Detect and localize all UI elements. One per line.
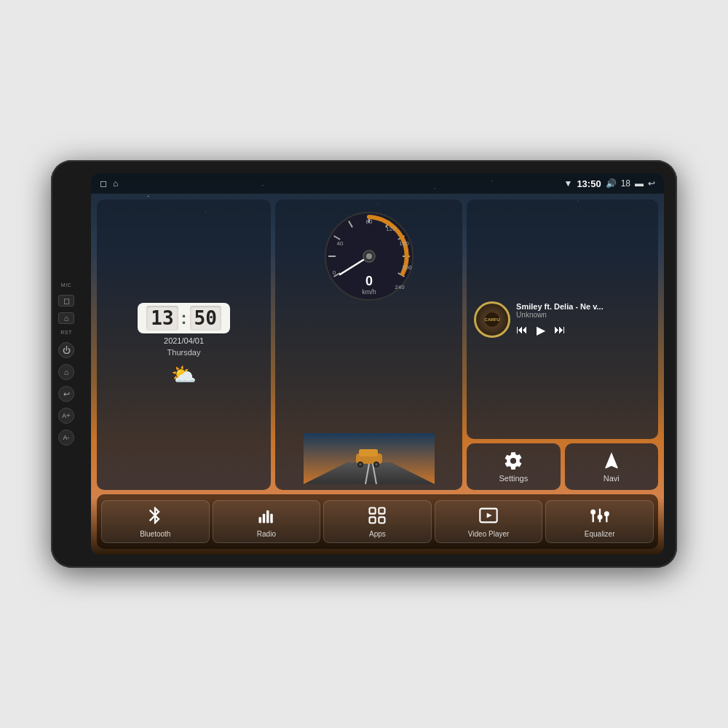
home-button[interactable]: ⌂ xyxy=(58,364,74,380)
settings-icon xyxy=(503,451,523,471)
svg-point-47 xyxy=(605,512,609,515)
back-button[interactable]: ↩ xyxy=(58,386,74,402)
svg-rect-27 xyxy=(359,449,378,456)
navi-button[interactable]: Navi xyxy=(565,443,658,490)
bluetooth-icon xyxy=(145,505,165,526)
track-title: Smiley ft. Delia - Ne v... xyxy=(516,302,651,311)
prev-button[interactable]: ⏮ xyxy=(516,323,528,336)
now-playing: CARFU Smiley ft. Delia - Ne v... Unknown… xyxy=(467,199,658,439)
music-panel: CARFU Smiley ft. Delia - Ne v... Unknown… xyxy=(467,199,658,490)
svg-text:160: 160 xyxy=(399,240,409,247)
svg-rect-36 xyxy=(370,508,376,514)
svg-point-30 xyxy=(359,463,362,466)
track-artist: Unknown xyxy=(516,311,651,319)
gauge-svg: 0 40 80 120 160 200 240 xyxy=(318,205,420,307)
navi-label: Navi xyxy=(604,474,620,483)
speedometer-gauge: 0 40 80 120 160 200 240 xyxy=(318,205,420,307)
svg-point-45 xyxy=(598,515,601,519)
mic-label: MIC xyxy=(61,282,71,288)
clock-minutes: 50 xyxy=(190,306,221,331)
album-art: CARFU xyxy=(474,301,510,338)
window-button[interactable]: ◻ xyxy=(58,295,74,306)
svg-rect-38 xyxy=(370,517,376,523)
clock-date: 2021/04/01 xyxy=(164,336,204,345)
top-row: 13 : 50 2021/04/01 Thursday ⛅ xyxy=(97,199,658,490)
svg-text:0: 0 xyxy=(365,274,373,288)
apps-label: Apps xyxy=(369,530,386,538)
play-button[interactable]: ▶ xyxy=(537,323,545,337)
speedometer-panel: 0 40 80 120 160 200 240 xyxy=(275,199,462,490)
svg-point-31 xyxy=(375,463,378,466)
navi-icon xyxy=(601,451,622,471)
screen: ◻ ⌂ ▼ 13:50 🔊 18 ▬ ↩ 13 : xyxy=(91,173,664,555)
svg-rect-39 xyxy=(379,517,385,523)
vol-down-button[interactable]: A- xyxy=(58,430,74,446)
svg-rect-35 xyxy=(270,514,273,523)
car-head-unit: MIC ◻ ⌂ RST ⏻ ⌂ ↩ A+ A- ◻ ⌂ ▼ 13:50 🔊 18… xyxy=(51,160,677,568)
apps-icon xyxy=(367,505,387,526)
bluetooth-label: Bluetooth xyxy=(140,530,170,538)
equalizer-button[interactable]: Equalizer xyxy=(545,500,654,543)
equalizer-label: Equalizer xyxy=(585,530,615,538)
svg-rect-33 xyxy=(263,514,266,523)
clock-panel: 13 : 50 2021/04/01 Thursday ⛅ xyxy=(97,199,271,490)
svg-text:km/h: km/h xyxy=(362,288,376,296)
window-status-icon: ▬ xyxy=(635,178,644,189)
svg-text:0: 0 xyxy=(332,269,336,276)
nav-home-icon[interactable]: ⌂ xyxy=(113,178,118,189)
status-right: ▼ 13:50 🔊 18 ▬ ↩ xyxy=(564,178,656,189)
home-side-button[interactable]: ⌂ xyxy=(58,312,74,324)
status-left: ◻ ⌂ xyxy=(100,178,118,189)
carfu-label: CARFU xyxy=(485,317,500,322)
vol-up-button[interactable]: A+ xyxy=(58,408,74,424)
svg-text:120: 120 xyxy=(386,226,396,232)
weather-icon: ⛅ xyxy=(171,363,197,387)
settings-label: Settings xyxy=(499,474,528,483)
road-scene xyxy=(281,433,456,484)
svg-point-43 xyxy=(591,510,595,514)
wifi-icon: ▼ xyxy=(564,178,573,189)
svg-text:80: 80 xyxy=(365,218,372,225)
radio-icon xyxy=(256,505,277,526)
svg-point-19 xyxy=(366,253,372,259)
video-player-icon xyxy=(478,505,499,526)
back-status-icon[interactable]: ↩ xyxy=(648,178,655,189)
main-content: 13 : 50 2021/04/01 Thursday ⛅ xyxy=(91,194,664,555)
svg-marker-41 xyxy=(487,513,492,518)
settings-navi-row: Settings Navi xyxy=(467,443,658,490)
bottom-row: Bluetooth Radio xyxy=(97,494,658,549)
svg-rect-37 xyxy=(379,508,385,514)
svg-text:200: 200 xyxy=(402,264,412,271)
video-player-label: Video Player xyxy=(468,530,510,538)
clock-colon: : xyxy=(181,308,187,328)
svg-rect-32 xyxy=(258,517,261,523)
album-art-inner: CARFU xyxy=(485,312,499,327)
svg-text:40: 40 xyxy=(336,240,343,247)
side-buttons: MIC ◻ ⌂ RST ⏻ ⌂ ↩ A+ A- xyxy=(58,282,74,446)
radio-button[interactable]: Radio xyxy=(213,500,321,543)
next-button[interactable]: ⏭ xyxy=(554,323,566,336)
power-button[interactable]: ⏻ xyxy=(58,342,74,358)
equalizer-icon xyxy=(590,505,610,526)
rst-label: RST xyxy=(60,330,72,335)
music-controls: ⏮ ▶ ⏭ xyxy=(516,323,651,337)
volume-level: 18 xyxy=(621,178,630,189)
status-bar: ◻ ⌂ ▼ 13:50 🔊 18 ▬ ↩ xyxy=(91,173,664,194)
bluetooth-button[interactable]: Bluetooth xyxy=(101,500,210,543)
settings-button[interactable]: Settings xyxy=(467,443,560,490)
svg-text:240: 240 xyxy=(395,284,405,290)
road-svg xyxy=(304,433,435,484)
clock-day: Thursday xyxy=(167,348,201,357)
clock-hours: 13 xyxy=(146,306,178,331)
status-time: 13:50 xyxy=(577,178,601,189)
svg-rect-34 xyxy=(266,510,269,523)
nav-back-icon[interactable]: ◻ xyxy=(100,178,107,189)
track-info: Smiley ft. Delia - Ne v... Unknown ⏮ ▶ ⏭ xyxy=(516,302,651,337)
video-player-button[interactable]: Video Player xyxy=(435,500,543,543)
clock-display: 13 : 50 xyxy=(138,303,230,333)
apps-button[interactable]: Apps xyxy=(323,500,432,543)
radio-label: Radio xyxy=(257,530,276,538)
volume-icon: 🔊 xyxy=(606,178,617,189)
